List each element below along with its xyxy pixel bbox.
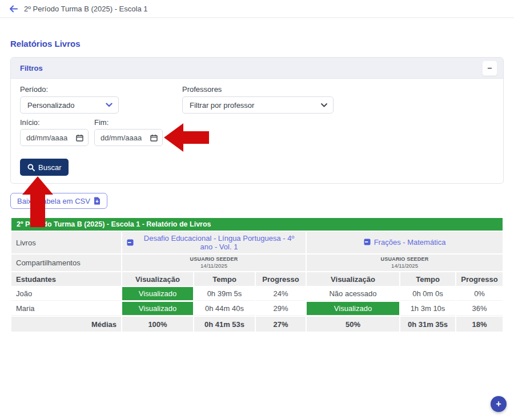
- fim-date-placeholder: dd/mm/aaaa: [101, 134, 142, 142]
- share-cell: USUARIO SEEDER 14/11/2025: [307, 255, 503, 271]
- col-progresso: Progresso: [456, 272, 503, 286]
- student-name: Maria: [11, 302, 121, 316]
- book-cell: Frações - Matemática: [307, 232, 503, 253]
- column-header-row: Estudantes Visualização Tempo Progresso …: [11, 272, 503, 286]
- download-csv-button[interactable]: Baixar tabela em CSV: [10, 193, 107, 209]
- tempo-value: 0h 44m 40s: [194, 302, 255, 316]
- topbar: 2º Período Turma B (2025) - Escola 1: [0, 0, 514, 18]
- calendar-icon[interactable]: [76, 134, 83, 142]
- progresso-value: 0%: [456, 287, 503, 301]
- page-title: Relatórios Livros: [10, 39, 81, 49]
- status-badge: Visualizado: [122, 287, 193, 301]
- table-title-row: 2º Período Turma B (2025) - Escola 1 - R…: [11, 218, 503, 231]
- progresso-value: 24%: [256, 287, 306, 301]
- professores-placeholder: Filtrar por professor: [190, 101, 254, 110]
- medias-label: Médias: [11, 317, 121, 332]
- share-cell: USUARIO SEEDER 14/11/2025: [122, 255, 306, 271]
- medias-value: 27%: [256, 317, 306, 332]
- filters-panel: Filtros – Período: Personalizado Profess…: [10, 57, 504, 184]
- col-visualizacao: Visualização: [122, 272, 193, 286]
- status-badge: Visualizado: [122, 302, 193, 316]
- chevron-down-icon: [106, 103, 113, 107]
- book-link[interactable]: Frações - Matemática: [364, 238, 446, 247]
- collapse-panel-button[interactable]: –: [482, 60, 497, 76]
- back-arrow-icon[interactable]: [7, 2, 19, 15]
- app-window: 2º Período Turma B (2025) - Escola 1 Rel…: [0, 0, 514, 420]
- fim-date-input[interactable]: dd/mm/aaaa: [94, 129, 163, 146]
- books-row: Livros Desafio Educacional - Língua Port…: [11, 232, 503, 253]
- buscar-button[interactable]: Buscar: [20, 159, 69, 176]
- status-badge: Visualizado: [307, 302, 399, 316]
- professores-label: Professores: [182, 85, 222, 94]
- search-icon: [27, 164, 35, 171]
- filters-title: Filtros: [20, 64, 43, 72]
- report-table: 2º Período Turma B (2025) - Escola 1 - R…: [10, 217, 504, 333]
- medias-value: 0h 41m 53s: [194, 317, 255, 332]
- fim-label: Fim:: [94, 118, 109, 127]
- professores-select[interactable]: Filtrar por professor: [182, 96, 334, 114]
- breadcrumb-title: 2º Período Turma B (2025) - Escola 1: [24, 5, 147, 13]
- buscar-label: Buscar: [38, 163, 61, 172]
- tempo-value: 0h 39m 5s: [194, 287, 255, 301]
- compartilhamentos-label: Compartilhamentos: [11, 255, 121, 271]
- shared-date: 14/11/2025: [311, 262, 498, 269]
- livros-label: Livros: [11, 232, 121, 253]
- medias-value: 0h 31m 35s: [400, 317, 455, 332]
- plus-icon: +: [496, 399, 501, 409]
- progresso-value: 29%: [256, 302, 306, 316]
- table-title: 2º Período Turma B (2025) - Escola 1 - R…: [11, 218, 503, 231]
- periodo-label: Período:: [20, 85, 48, 94]
- periodo-selected-value: Personalizado: [27, 101, 74, 110]
- book-icon: [364, 239, 371, 245]
- book-title: Frações - Matemática: [374, 238, 446, 247]
- book-title: Desafio Educacional - Língua Portuguesa …: [137, 234, 301, 251]
- shared-by: USUARIO SEEDER: [127, 256, 301, 262]
- book-icon: [127, 239, 134, 246]
- shared-date: 14/11/2025: [127, 262, 301, 269]
- chevron-down-icon: [321, 103, 327, 107]
- filters-header: Filtros –: [11, 58, 503, 79]
- inicio-label: Início:: [20, 118, 40, 127]
- col-tempo: Tempo: [400, 272, 455, 286]
- progresso-value: 36%: [456, 302, 503, 316]
- shared-by: USUARIO SEEDER: [311, 256, 498, 262]
- tempo-value: 1h 3m 10s: [400, 302, 455, 316]
- col-progresso: Progresso: [256, 272, 306, 286]
- student-row: Maria Visualizado 0h 44m 40s 29% Visuali…: [11, 302, 503, 316]
- calendar-icon[interactable]: [150, 134, 158, 142]
- inicio-date-placeholder: dd/mm/aaaa: [26, 134, 67, 142]
- medias-value: 100%: [122, 317, 193, 332]
- student-name: João: [11, 287, 121, 301]
- medias-row: Médias 100% 0h 41m 53s 27% 50% 0h 31m 35…: [11, 317, 503, 332]
- book-link[interactable]: Desafio Educacional - Língua Portuguesa …: [127, 234, 301, 251]
- status-text: Não acessado: [307, 287, 399, 301]
- book-cell: Desafio Educacional - Língua Portuguesa …: [122, 232, 306, 253]
- shares-row: Compartilhamentos USUARIO SEEDER 14/11/2…: [11, 255, 503, 271]
- medias-value: 50%: [307, 317, 399, 332]
- student-row: João Visualizado 0h 39m 5s 24% Não acess…: [11, 287, 503, 301]
- col-tempo: Tempo: [194, 272, 255, 286]
- medias-value: 18%: [456, 317, 503, 332]
- col-estudantes: Estudantes: [11, 272, 121, 286]
- periodo-select[interactable]: Personalizado: [20, 96, 119, 114]
- inicio-date-input[interactable]: dd/mm/aaaa: [20, 129, 89, 146]
- download-csv-label: Baixar tabela em CSV: [17, 197, 90, 205]
- add-fab-button[interactable]: +: [491, 396, 507, 412]
- file-download-icon: [94, 197, 101, 205]
- col-visualizacao: Visualização: [307, 272, 399, 286]
- tempo-value: 0h 0m 0s: [400, 287, 455, 301]
